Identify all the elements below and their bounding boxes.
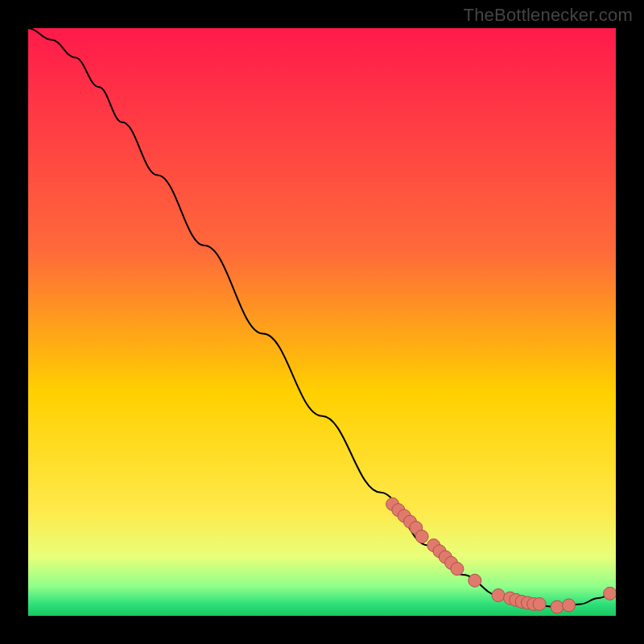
data-marker[interactable] <box>604 587 616 600</box>
chart-stage: TheBottlenecker.com <box>0 0 644 644</box>
watermark-text: TheBottlenecker.com <box>464 5 633 26</box>
data-marker[interactable] <box>563 599 576 612</box>
plot-area <box>28 28 616 616</box>
data-marker[interactable] <box>551 601 564 613</box>
chart-svg <box>28 28 616 616</box>
data-marker[interactable] <box>533 597 546 610</box>
data-marker[interactable] <box>492 589 505 602</box>
data-marker[interactable] <box>415 530 428 543</box>
data-marker[interactable] <box>451 563 464 576</box>
data-marker[interactable] <box>469 574 481 587</box>
